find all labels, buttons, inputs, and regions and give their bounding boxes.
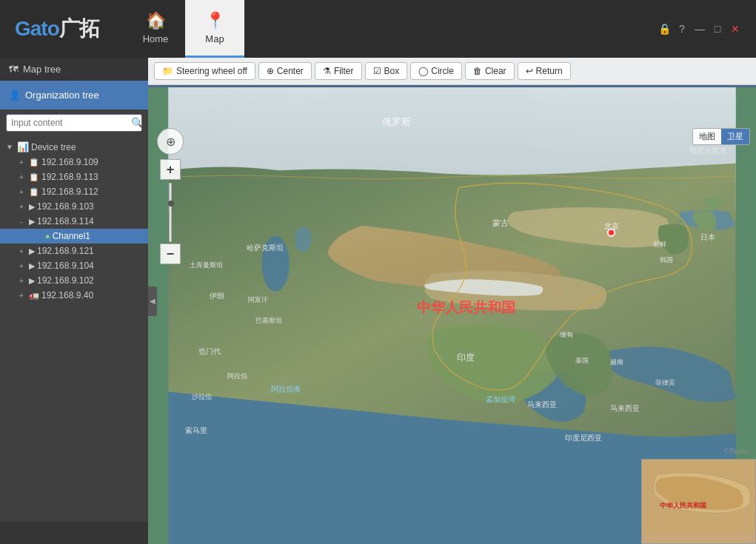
zoom-indicator	[168, 201, 174, 206]
list-item[interactable]: + ▶ 192.168.9.103	[0, 199, 148, 214]
device-label: 192.168.9.121	[37, 246, 94, 256]
clear-label: Clear	[485, 66, 506, 76]
logo-text: Gato广拓	[15, 15, 99, 43]
device-icon: ▶	[29, 276, 35, 286]
tree-root[interactable]: ▼ 📊 Device tree	[0, 139, 148, 155]
tab-map[interactable]: 📍 Map	[185, 0, 244, 58]
channel-icon: ●	[45, 232, 50, 241]
tree-root-label: Device tree	[31, 142, 76, 152]
svg-text:鄂霍次克海: 鄂霍次克海	[689, 147, 726, 155]
map-type-satellite[interactable]: 卫星	[721, 129, 749, 144]
device-tree-icon: 📊	[17, 141, 29, 152]
svg-text:北京: 北京	[604, 222, 619, 230]
zoom-bar[interactable]	[169, 183, 172, 242]
search-input[interactable]	[7, 115, 127, 131]
tab-map-label: Map	[205, 33, 224, 44]
filter-label: Filter	[334, 66, 354, 76]
svg-text:阿拉伯海: 阿拉伯海	[271, 385, 301, 393]
org-tree-icon: 👤	[9, 90, 21, 101]
window-controls: 🔒 ? — □ ✕	[658, 23, 749, 35]
svg-text:泰国: 泰国	[575, 357, 589, 364]
svg-text:土库曼斯坦: 土库曼斯坦	[190, 261, 223, 269]
mini-map[interactable]: 中华人民共和国	[641, 459, 756, 544]
search-button[interactable]: 🔍	[127, 115, 142, 131]
lock-button[interactable]: 🔒	[658, 23, 670, 35]
device-icon: 📋	[29, 158, 39, 167]
org-tree-section[interactable]: 👤 Organization tree	[0, 81, 148, 110]
circle-button[interactable]: ◯ Circle	[410, 62, 462, 80]
circle-icon: ◯	[418, 66, 428, 76]
box-label: Box	[384, 66, 400, 76]
expand-icon: +	[16, 188, 27, 196]
map-tree-icon: 🗺	[9, 64, 19, 75]
nav-tabs: 🏠 Home 📍 Map	[126, 0, 244, 58]
close-button[interactable]: ✕	[729, 23, 741, 35]
center-icon: ⊕	[267, 66, 274, 76]
device-icon: ▶	[29, 246, 35, 256]
tab-home[interactable]: 🏠 Home	[126, 0, 185, 58]
device-label: 192.168.9.40	[41, 290, 93, 300]
sidebar-collapse[interactable]: ◀	[148, 286, 157, 316]
svg-text:也门代: 也门代	[198, 347, 221, 355]
baidu-watermark: ©Baidu	[724, 447, 749, 455]
svg-text:越南: 越南	[610, 358, 623, 366]
home-icon: 🏠	[146, 11, 166, 30]
device-icon: 📋	[29, 187, 39, 197]
steering-label: Steering wheel off	[176, 66, 247, 76]
logo-part1: Gato	[15, 17, 59, 40]
expand-icon: -	[16, 218, 27, 226]
expand-icon: +	[16, 203, 27, 211]
circle-label: Circle	[431, 66, 454, 76]
device-label: 192.168.9.104	[37, 261, 94, 271]
help-button[interactable]: ?	[676, 23, 688, 35]
device-label: 192.168.9.103	[37, 201, 94, 212]
map-toolbar: 📁 Steering wheel off ⊕ Center ⚗ Filter ☑…	[148, 58, 756, 85]
list-item[interactable]: - ▶ 192.168.9.114	[0, 214, 148, 229]
org-tree-label: Organization tree	[25, 90, 99, 101]
device-tree: ▼ 📊 Device tree + 📋 192.168.9.109 + 📋 19…	[0, 136, 148, 522]
list-item[interactable]: + ▶ 192.168.9.104	[0, 258, 148, 273]
expand-icon: +	[16, 173, 27, 181]
svg-text:哈萨克斯坦: 哈萨克斯坦	[247, 244, 284, 252]
svg-text:巴基斯坦: 巴基斯坦	[255, 317, 282, 324]
return-button[interactable]: ↩ Return	[518, 62, 571, 80]
svg-text:日本: 日本	[700, 233, 715, 241]
return-icon: ↩	[526, 66, 533, 76]
device-label: 192.168.9.112	[41, 187, 98, 197]
svg-text:阿拉伯: 阿拉伯	[227, 372, 247, 380]
list-item[interactable]: + 📋 192.168.9.109	[0, 155, 148, 169]
mini-map-svg: 中华人民共和国	[642, 460, 756, 534]
maximize-button[interactable]: □	[712, 23, 723, 35]
list-item[interactable]: ● Channel1	[0, 229, 148, 244]
svg-point-4	[608, 229, 615, 236]
main-container: 🗺 Map tree 👤 Organization tree 🔍 ▼ 📊 Dev…	[0, 58, 756, 544]
center-button[interactable]: ⊕ Center	[258, 62, 312, 80]
map-area[interactable]: 📁 Steering wheel off ⊕ Center ⚗ Filter ☑…	[148, 58, 756, 544]
map-icon: 📍	[205, 11, 225, 30]
device-label: 192.168.9.113	[41, 172, 98, 182]
zoom-in-button[interactable]: +	[160, 159, 181, 180]
device-icon: 📋	[29, 172, 39, 182]
zoom-out-button[interactable]: −	[160, 244, 181, 264]
list-item[interactable]: + 📋 192.168.9.113	[0, 169, 148, 184]
svg-text:阿富汗: 阿富汗	[248, 296, 268, 303]
search-bar: 🔍	[6, 114, 142, 132]
map-tree-section[interactable]: 🗺 Map tree	[0, 58, 148, 81]
map-tile[interactable]: 中华人民共和国 俄罗斯 蒙古 哈萨克斯坦 北京 朝鲜 韩国 日本 伊朗 阿富汗 …	[148, 87, 756, 544]
device-label: 192.168.9.109	[41, 157, 98, 167]
clear-button[interactable]: 🗑 Clear	[465, 62, 515, 80]
filter-button[interactable]: ⚗ Filter	[315, 62, 362, 80]
tab-home-label: Home	[143, 33, 169, 44]
steering-wheel-button[interactable]: 📁 Steering wheel off	[154, 62, 255, 80]
box-button[interactable]: ☑ Box	[365, 62, 408, 80]
expand-icon: ▼	[4, 143, 15, 151]
compass-button[interactable]: ⊕	[157, 128, 184, 155]
list-item[interactable]: + 🚛 192.168.9.40	[0, 288, 148, 303]
minimize-button[interactable]: —	[694, 23, 706, 35]
list-item[interactable]: + 📋 192.168.9.112	[0, 184, 148, 199]
svg-text:蒙古: 蒙古	[492, 218, 509, 227]
device-icon: ▶	[29, 217, 35, 226]
list-item[interactable]: + ▶ 192.168.9.102	[0, 273, 148, 288]
list-item[interactable]: + ▶ 192.168.9.121	[0, 244, 148, 258]
map-type-map[interactable]: 地图	[693, 129, 721, 144]
